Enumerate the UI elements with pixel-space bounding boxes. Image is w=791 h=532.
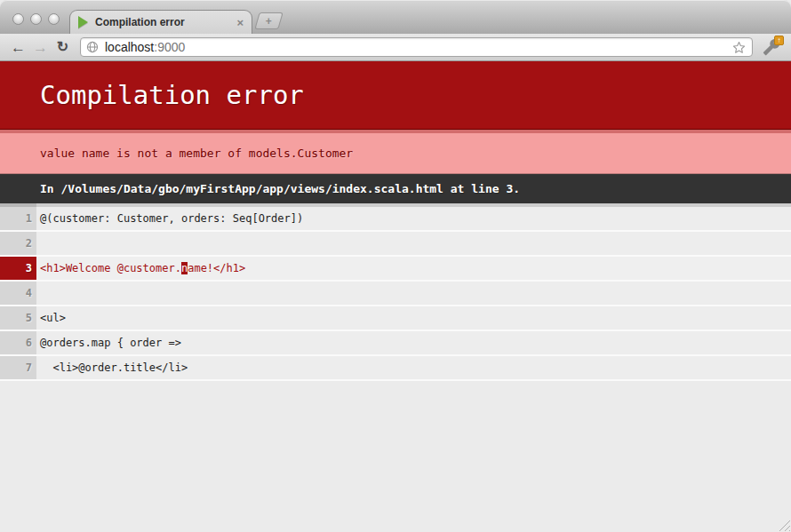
plus-icon: + [266, 16, 272, 27]
url-port: :9000 [154, 40, 185, 54]
window-controls [12, 13, 60, 25]
navigation-toolbar: ← → ↻ localhost:9000 ↑ [0, 34, 791, 61]
window-close-button[interactable] [12, 13, 24, 25]
line-number: 2 [0, 232, 36, 255]
code-line: 2 [0, 232, 791, 257]
line-code: @orders.map { order => [36, 331, 791, 354]
globe-icon [86, 41, 99, 53]
code-before-marker: <h1>Welcome @customer. [40, 262, 181, 274]
update-available-icon: ↑ [774, 36, 784, 45]
line-code [36, 282, 791, 305]
forward-button[interactable]: → [29, 40, 52, 55]
address-bar[interactable]: localhost:9000 [80, 37, 753, 57]
line-number: 7 [0, 356, 36, 379]
line-code: @(customer: Customer, orders: Seq[Order]… [36, 203, 791, 230]
code-line: 6 @orders.map { order => [0, 331, 791, 356]
line-code: <li>@order.title</li> [36, 356, 791, 379]
new-tab-button[interactable]: + [254, 12, 283, 29]
window-minimize-button[interactable] [30, 13, 42, 25]
tab-close-icon[interactable]: × [236, 17, 244, 28]
code-line: 4 [0, 282, 791, 306]
line-code: <h1>Welcome @customer.name!</h1> [36, 257, 791, 280]
titlebar-tab-strip: Compilation error × + [0, 0, 791, 34]
line-number: 5 [0, 306, 36, 330]
back-button[interactable]: ← [7, 40, 29, 55]
play-triangle-icon [78, 16, 88, 28]
wrench-menu-button[interactable]: ↑ [759, 36, 784, 58]
error-page: Compilation error value name is not a me… [0, 61, 791, 381]
browser-window: Compilation error × + ← → ↻ localhost:90… [0, 0, 791, 532]
window-zoom-button[interactable] [48, 13, 60, 25]
error-detail: value name is not a member of models.Cus… [0, 130, 791, 174]
window-resize-grip[interactable] [778, 519, 790, 531]
line-number: 6 [0, 331, 36, 354]
source-code: 1 @(customer: Customer, orders: Seq[Orde… [0, 203, 791, 381]
url-host: localhost [105, 40, 154, 54]
bookmark-star-icon [731, 40, 747, 55]
code-line: 1 @(customer: Customer, orders: Seq[Orde… [0, 203, 791, 232]
tab-compilation-error[interactable]: Compilation error × [69, 10, 252, 34]
code-line: 5 <ul> [0, 306, 791, 331]
code-line: 7 <li>@order.title</li> [0, 356, 791, 381]
error-location: In /Volumes/Data/gbo/myFirstApp/app/view… [0, 174, 791, 203]
line-code: <ul> [36, 306, 791, 330]
line-code [36, 232, 791, 255]
line-number: 4 [0, 282, 36, 305]
code-after-marker: ame!</h1> [188, 262, 245, 274]
code-line-error: 3 <h1>Welcome @customer.name!</h1> [0, 257, 791, 282]
line-number: 1 [0, 203, 36, 230]
line-number: 3 [0, 257, 36, 280]
page-title: Compilation error [0, 61, 791, 130]
reload-button[interactable]: ↻ [52, 40, 74, 54]
bookmark-star-button[interactable] [731, 40, 747, 55]
tab-title: Compilation error [95, 16, 185, 28]
url-text: localhost:9000 [105, 40, 185, 54]
